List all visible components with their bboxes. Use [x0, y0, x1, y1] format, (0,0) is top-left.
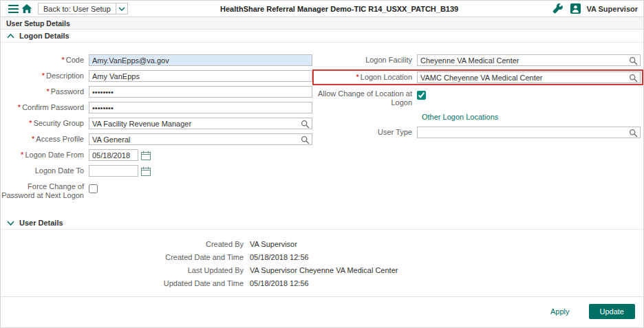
top-bar: Back to: User Setup HealthShare Referral…	[1, 1, 643, 17]
force-change-password-checkbox[interactable]	[89, 184, 98, 193]
user-type-lookup-magnifier-icon[interactable]	[629, 129, 638, 138]
updated-date-value: 05/18/2018 12:56	[250, 279, 309, 287]
allow-change-location-checkbox[interactable]	[417, 91, 426, 100]
updated-date-row: Updated Date and Time 05/18/2018 12:56	[1, 277, 643, 289]
last-updated-by-value: VA Supervisor Cheyenne VA Medical Center	[250, 266, 398, 274]
access-profile-label: Access Profile	[36, 135, 84, 143]
logon-details-form: *Code *Description *Password *Confirm Pa…	[1, 43, 643, 217]
description-label: Description	[46, 72, 84, 80]
collapse-chevron-down-icon	[7, 221, 14, 226]
footer-action-bar: Apply Update	[1, 297, 643, 327]
logon-facility-label: Logon Facility	[365, 56, 412, 64]
access-profile-lookup-magnifier-icon[interactable]	[301, 135, 310, 144]
logon-facility-field-row: Logon Facility	[312, 54, 643, 67]
form-right-column: Logon Facility *Logon Location Allow Cha…	[312, 54, 643, 200]
logon-location-label: Logon Location	[361, 73, 412, 81]
update-button[interactable]: Update	[589, 304, 635, 319]
created-by-value: VA Supervisor	[250, 240, 297, 248]
other-logon-locations-link[interactable]: Other Logon Locations	[422, 113, 498, 121]
access-profile-input[interactable]	[89, 133, 312, 145]
password-field-row: *Password	[1, 85, 312, 98]
password-input[interactable]	[89, 86, 312, 98]
menu-icon[interactable]	[6, 2, 20, 16]
confirm-password-field-row: *Confirm Password	[1, 101, 312, 114]
apply-button[interactable]: Apply	[546, 307, 574, 316]
current-user-name: VA Supervisor	[586, 5, 638, 13]
security-group-label: Security Group	[34, 119, 84, 127]
created-date-row: Created Date and Time 05/18/2018 12:56	[1, 251, 643, 263]
logon-date-to-label: Logon Date To	[35, 166, 84, 175]
description-field-row: *Description	[1, 69, 312, 83]
created-date-label: Created Date and Time	[1, 253, 250, 261]
required-marker: *	[61, 56, 64, 64]
access-profile-field-row: *Access Profile	[1, 133, 312, 146]
force-change-password-label: Force Change of Password at Next Logon	[1, 182, 84, 199]
top-right-group: VA Supervisor	[550, 2, 638, 16]
description-input[interactable]	[89, 70, 312, 82]
user-details-rows: Created By VA Supervisor Created Date an…	[1, 230, 643, 296]
logon-facility-lookup-magnifier-icon[interactable]	[629, 56, 638, 65]
logon-date-from-label: Logon Date From	[25, 151, 84, 159]
chevron-down-icon[interactable]	[116, 3, 127, 14]
logon-details-section-header[interactable]: Logon Details	[1, 30, 643, 43]
user-avatar-icon[interactable]	[568, 2, 582, 16]
created-date-value: 05/18/2018 12:56	[250, 253, 309, 261]
user-details-section-title: User Details	[19, 219, 63, 227]
user-type-input[interactable]	[417, 127, 641, 138]
security-group-lookup-magnifier-icon[interactable]	[301, 120, 310, 129]
logon-date-to-calendar-icon[interactable]	[141, 166, 151, 176]
allow-change-location-label: Allow Change of Location at Logon	[318, 89, 412, 107]
collapse-chevron-up-icon	[7, 34, 14, 39]
form-left-column: *Code *Description *Password *Confirm Pa…	[1, 54, 312, 200]
code-field-row: *Code	[1, 54, 312, 67]
logon-location-field-row-error-highlight: *Logon Location	[312, 69, 643, 85]
logon-location-input[interactable]	[417, 72, 641, 83]
security-group-input[interactable]	[89, 118, 312, 129]
user-type-field-row: User Type	[312, 126, 643, 139]
required-marker: *	[21, 151, 23, 159]
logon-date-to-field-row: Logon Date To	[1, 164, 312, 177]
back-to-user-setup-button[interactable]: Back to: User Setup	[38, 3, 128, 14]
last-updated-by-label: Last Updated By	[1, 266, 250, 274]
logon-location-lookup-magnifier-icon[interactable]	[629, 74, 638, 83]
created-by-row: Created By VA Supervisor	[1, 238, 643, 250]
app-window: Back to: User Setup HealthShare Referral…	[0, 0, 644, 328]
last-updated-by-row: Last Updated By VA Supervisor Cheyenne V…	[1, 264, 643, 276]
required-marker: *	[356, 73, 358, 81]
code-input[interactable]	[89, 54, 312, 66]
tools-wrench-icon[interactable]	[550, 2, 564, 16]
logon-date-from-calendar-icon[interactable]	[141, 151, 151, 160]
security-group-field-row: *Security Group	[1, 117, 312, 130]
page-title: User Setup Details	[1, 17, 643, 30]
back-button-label: Back to: User Setup	[39, 3, 116, 14]
logon-date-from-field-row: *Logon Date From	[1, 149, 312, 162]
password-label: Password	[51, 87, 84, 96]
confirm-password-label: Confirm Password	[22, 103, 84, 111]
required-marker: *	[18, 103, 21, 111]
required-marker: *	[42, 72, 45, 80]
code-label: Code	[66, 56, 84, 64]
allow-change-location-field-row: Allow Change of Location at Logon	[312, 89, 643, 107]
logon-date-from-input[interactable]	[89, 149, 138, 161]
required-marker: *	[29, 119, 32, 127]
confirm-password-input[interactable]	[89, 102, 312, 113]
required-marker: *	[46, 87, 49, 96]
logon-details-section-title: Logon Details	[19, 32, 69, 40]
created-by-label: Created By	[1, 240, 250, 248]
updated-date-label: Updated Date and Time	[1, 279, 250, 287]
app-title: HealthShare Referral Manager Demo-TIC R1…	[128, 5, 551, 13]
logon-facility-input[interactable]	[417, 54, 641, 66]
other-logon-locations-row: Other Logon Locations	[312, 110, 643, 123]
user-details-section-header[interactable]: User Details	[1, 217, 643, 230]
required-marker: *	[32, 135, 34, 143]
force-change-password-field-row: Force Change of Password at Next Logon	[1, 182, 312, 200]
home-icon[interactable]	[20, 2, 34, 16]
user-type-label: User Type	[378, 128, 412, 136]
logon-date-to-input[interactable]	[89, 165, 138, 177]
